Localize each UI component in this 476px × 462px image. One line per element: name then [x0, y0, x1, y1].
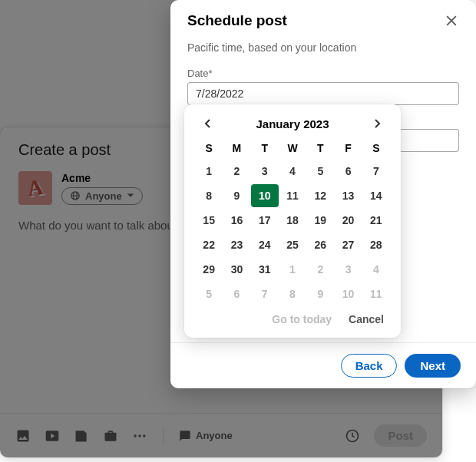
calendar-dow: S — [362, 138, 390, 158]
calendar-title: January 2023 — [256, 117, 329, 130]
calendar-day[interactable]: 19 — [306, 209, 334, 232]
calendar-dow: S — [195, 138, 223, 158]
calendar-day[interactable]: 10 — [251, 184, 279, 207]
calendar-day: 5 — [195, 282, 223, 305]
calendar-day[interactable]: 20 — [334, 209, 362, 232]
next-button[interactable]: Next — [405, 354, 461, 378]
calendar-day: 11 — [362, 282, 390, 305]
calendar-day[interactable]: 13 — [334, 184, 362, 207]
calendar-day: 2 — [306, 258, 334, 281]
calendar-popover: January 2023 SMTWTFS12345678910111213141… — [184, 104, 401, 338]
calendar-day[interactable]: 7 — [362, 160, 390, 183]
calendar-day: 4 — [362, 258, 390, 281]
calendar-day[interactable]: 25 — [279, 233, 306, 256]
calendar-day[interactable]: 23 — [223, 233, 250, 256]
calendar-day[interactable]: 12 — [306, 184, 334, 207]
calendar-dow: T — [306, 138, 334, 158]
calendar-day[interactable]: 24 — [251, 233, 279, 256]
calendar-dow: T — [251, 138, 279, 158]
calendar-day[interactable]: 15 — [195, 209, 223, 232]
date-input[interactable] — [187, 82, 459, 105]
calendar-day: 9 — [306, 282, 334, 305]
calendar-day[interactable]: 31 — [251, 258, 279, 281]
calendar-day[interactable]: 26 — [306, 233, 334, 256]
calendar-dow: M — [223, 138, 250, 158]
calendar-day[interactable]: 3 — [251, 160, 279, 183]
calendar-day[interactable]: 18 — [279, 209, 306, 232]
go-to-today-button[interactable]: Go to today — [272, 313, 332, 325]
back-button[interactable]: Back — [341, 354, 398, 378]
calendar-day[interactable]: 28 — [362, 233, 390, 256]
date-label: Date* — [187, 68, 459, 79]
calendar-day[interactable]: 6 — [334, 160, 362, 183]
calendar-day: 8 — [279, 282, 306, 305]
calendar-dow: F — [334, 138, 362, 158]
calendar-day[interactable]: 1 — [195, 160, 223, 183]
calendar-day[interactable]: 14 — [362, 184, 390, 207]
calendar-day: 10 — [334, 282, 362, 305]
calendar-day[interactable]: 11 — [279, 184, 306, 207]
calendar-day[interactable]: 5 — [306, 160, 334, 183]
calendar-day[interactable]: 16 — [223, 209, 250, 232]
calendar-day[interactable]: 8 — [195, 184, 223, 207]
calendar-day[interactable]: 30 — [223, 258, 250, 281]
calendar-day: 6 — [223, 282, 250, 305]
calendar-cancel-button[interactable]: Cancel — [349, 313, 384, 325]
calendar-day[interactable]: 22 — [195, 233, 223, 256]
calendar-day[interactable]: 9 — [223, 184, 250, 207]
close-icon — [444, 13, 459, 28]
calendar-day[interactable]: 2 — [223, 160, 250, 183]
calendar-day[interactable]: 17 — [251, 209, 279, 232]
calendar-dow: W — [279, 138, 306, 158]
calendar-day[interactable]: 4 — [279, 160, 306, 183]
calendar-day: 7 — [251, 282, 279, 305]
calendar-prev-button[interactable] — [200, 115, 217, 132]
timezone-info: Pacific time, based on your location — [187, 41, 459, 54]
calendar-day: 3 — [334, 258, 362, 281]
calendar-day[interactable]: 29 — [195, 258, 223, 281]
schedule-title: Schedule post — [187, 12, 287, 29]
calendar-next-button[interactable] — [369, 115, 385, 132]
close-button[interactable] — [444, 13, 459, 28]
calendar-day: 1 — [279, 258, 306, 281]
calendar-day[interactable]: 27 — [334, 233, 362, 256]
calendar-day[interactable]: 21 — [362, 209, 390, 232]
